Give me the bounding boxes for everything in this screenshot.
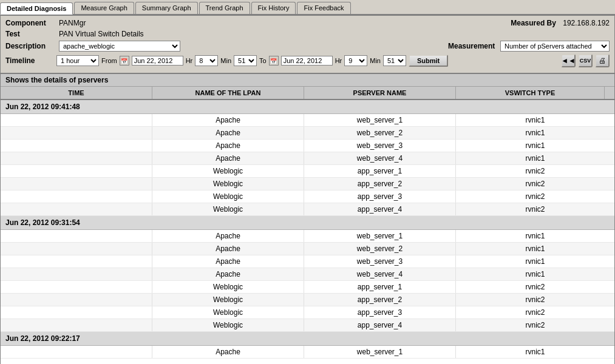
table-cell: web_server_3 bbox=[304, 140, 456, 152]
export-csv-icon[interactable]: CSV bbox=[578, 54, 593, 67]
nav-prev-icon[interactable]: ◄◄ bbox=[561, 54, 576, 67]
component-value: PANMgr bbox=[59, 19, 86, 27]
table-cell: app_server_2 bbox=[304, 178, 456, 190]
table-cell: rvnic1 bbox=[456, 255, 614, 268]
table-cell bbox=[1, 268, 152, 280]
table-cell bbox=[1, 165, 152, 177]
col-vswitch: VSWITCH TYPE bbox=[456, 87, 605, 99]
table-row: Weblogicapp_server_2rvnic2 bbox=[1, 294, 614, 306]
from-hr-select[interactable]: 8 bbox=[195, 55, 218, 66]
submit-button[interactable]: Submit bbox=[409, 55, 448, 67]
table-cell: app_server_1 bbox=[304, 165, 456, 177]
form-row-3: Description apache_weblogic Measurement … bbox=[5, 41, 610, 52]
table-cell: Weblogic bbox=[152, 203, 304, 215]
tab-fix-feedback[interactable]: Fix Feedback bbox=[297, 2, 350, 14]
table-cell: rvnic1 bbox=[456, 346, 614, 358]
table-cell: Weblogic bbox=[152, 319, 304, 331]
col-lpan: NAME OF THE LPAN bbox=[152, 87, 304, 99]
table-cell: web_server_2 bbox=[304, 127, 456, 139]
table-row: Weblogicapp_server_2rvnic2 bbox=[1, 178, 614, 190]
table-cell bbox=[1, 178, 152, 190]
tab-summary-graph[interactable]: Summary Graph bbox=[135, 2, 198, 14]
table-row: Weblogicapp_server_4rvnic2 bbox=[1, 319, 614, 332]
table-cell bbox=[1, 190, 152, 203]
to-min-select[interactable]: 51 bbox=[383, 55, 406, 66]
table-cell: rvnic2 bbox=[456, 190, 614, 203]
table-cell bbox=[1, 294, 152, 306]
col-pserver: PSERVER NAME bbox=[304, 87, 456, 99]
table-cell: rvnic1 bbox=[456, 243, 614, 255]
table-cell bbox=[1, 230, 152, 242]
table-cell: app_server_2 bbox=[304, 294, 456, 306]
table-cell: rvnic1 bbox=[456, 127, 614, 139]
measured-by-value: 192.168.8.192 bbox=[563, 19, 610, 27]
table-row: Apacheweb_server_1rvnic1 bbox=[1, 230, 614, 243]
table-cell: app_server_3 bbox=[304, 306, 456, 318]
to-date-input[interactable] bbox=[281, 56, 333, 66]
tab-trend-graph[interactable]: Trend Graph bbox=[199, 2, 250, 14]
table-row: Apacheweb_server_1rvnic1 bbox=[1, 114, 614, 127]
description-label: Description bbox=[5, 42, 54, 50]
table-row: Apacheweb_server_4rvnic1 bbox=[1, 152, 614, 165]
table-row: Apacheweb_server_2rvnic1 bbox=[1, 243, 614, 255]
measured-by-section: Measured By 192.168.8.192 bbox=[511, 19, 610, 27]
table-cell: web_server_1 bbox=[304, 346, 456, 358]
tab-detailed-diagnosis[interactable]: Detailed Diagnosis bbox=[0, 2, 73, 15]
description-section: Shows the details of pservers bbox=[1, 74, 614, 87]
to-calendar-icon[interactable]: 📅 bbox=[269, 56, 279, 66]
table-cell: app_server_3 bbox=[304, 190, 456, 203]
timeline-select[interactable]: 1 hour bbox=[56, 55, 99, 66]
table-cell: rvnic2 bbox=[456, 178, 614, 190]
measurement-section: Measurement Number of pServers attached bbox=[448, 41, 610, 52]
from-min-select[interactable]: 51 bbox=[234, 55, 257, 66]
table-cell: rvnic1 bbox=[456, 140, 614, 152]
table-cell: Weblogic bbox=[152, 165, 304, 177]
table-cell: Apache bbox=[152, 114, 304, 126]
from-date-input[interactable] bbox=[132, 56, 183, 66]
table-cell: web_server_4 bbox=[304, 268, 456, 280]
table-cell: rvnic1 bbox=[456, 268, 614, 280]
tab-measure-graph[interactable]: Measure Graph bbox=[74, 2, 134, 14]
test-label: Test bbox=[5, 30, 54, 38]
table-cell: Apache bbox=[152, 127, 304, 139]
table-row: Weblogicapp_server_3rvnic2 bbox=[1, 190, 614, 203]
test-value: PAN Virtual Switch Details bbox=[59, 30, 144, 38]
table-cell: rvnic2 bbox=[456, 319, 614, 331]
table-cell: web_server_2 bbox=[304, 243, 456, 255]
table-cell bbox=[1, 203, 152, 215]
measurement-select[interactable]: Number of pServers attached bbox=[500, 41, 610, 52]
to-hr-select[interactable]: 9 bbox=[344, 55, 367, 66]
table-cell: web_server_1 bbox=[304, 230, 456, 242]
hr-label-from: Hr bbox=[186, 57, 193, 64]
table-row: Apacheweb_server_3rvnic1 bbox=[1, 255, 614, 268]
to-label: To bbox=[259, 57, 267, 64]
table-cell: Apache bbox=[152, 243, 304, 255]
print-icon[interactable]: 🖨 bbox=[595, 54, 610, 67]
table-cell: rvnic1 bbox=[456, 152, 614, 164]
table-row: Weblogicapp_server_4rvnic2 bbox=[1, 203, 614, 216]
tab-fix-history[interactable]: Fix History bbox=[251, 2, 296, 14]
table-cell: rvnic2 bbox=[456, 306, 614, 318]
from-calendar-icon[interactable]: 📅 bbox=[120, 56, 129, 66]
table-cell: Apache bbox=[152, 255, 304, 268]
table-body[interactable]: Jun 22, 2012 09:41:48Apacheweb_server_1r… bbox=[1, 100, 614, 364]
table-cell bbox=[1, 140, 152, 152]
table-cell: Weblogic bbox=[152, 294, 304, 306]
min-label-from: Min bbox=[220, 57, 231, 64]
measured-by-label: Measured By bbox=[511, 19, 559, 27]
table-cell: web_server_1 bbox=[304, 114, 456, 126]
form-row-timeline: Timeline 1 hour From 📅 Hr 8 Min 51 To 📅 … bbox=[5, 54, 610, 67]
table-section: TIME NAME OF THE LPAN PSERVER NAME VSWIT… bbox=[1, 87, 614, 364]
table-cell bbox=[1, 255, 152, 268]
table-cell bbox=[1, 281, 152, 293]
table-cell bbox=[1, 127, 152, 139]
table-cell bbox=[1, 243, 152, 255]
table-row: Apacheweb_server_4rvnic1 bbox=[1, 268, 614, 281]
description-select[interactable]: apache_weblogic bbox=[59, 41, 180, 52]
scrollbar-header-spacer bbox=[605, 87, 614, 99]
table-cell bbox=[1, 346, 152, 358]
table-cell: Apache bbox=[152, 140, 304, 152]
tab-bar: Detailed Diagnosis Measure Graph Summary… bbox=[0, 0, 615, 15]
table-cell: app_server_4 bbox=[304, 319, 456, 331]
table-cell bbox=[1, 152, 152, 164]
